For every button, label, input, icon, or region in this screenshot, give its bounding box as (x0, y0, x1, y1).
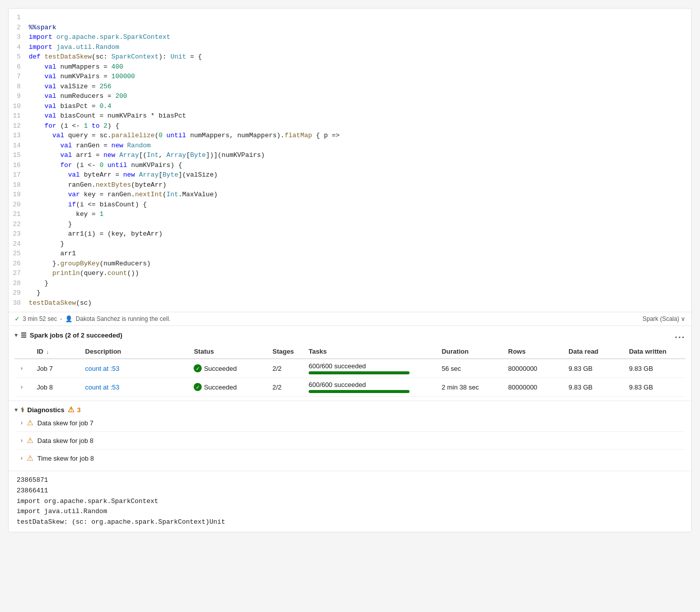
tasks-progress-bar (309, 390, 410, 393)
line-number: 6 (13, 62, 29, 72)
expand-diag-button[interactable]: › (21, 455, 23, 462)
code-text: key = 1 (29, 209, 687, 219)
th-tasks: Tasks (305, 345, 438, 359)
code-line: 16 for (i <- 0 until numKVPairs) { (9, 160, 691, 171)
code-text: val numMappers = 400 (29, 62, 687, 72)
line-number: 25 (13, 249, 29, 259)
tasks-progress-bar (309, 371, 410, 374)
code-text: testDataSkew(sc) (29, 298, 687, 308)
th-status: Status (190, 345, 268, 359)
collapse-chevron-icon[interactable]: ▾ (15, 332, 18, 339)
code-text: println(query.count()) (29, 268, 687, 279)
code-line: 30testDataSkew(sc) (9, 298, 691, 308)
job-stages: 2/2 (268, 359, 305, 378)
code-line: 19 var key = ranGen.nextInt(Int.MaxValue… (9, 190, 691, 200)
chevron-down-icon: ∨ (681, 315, 685, 322)
code-line: 20 if(i <= biasCount) { (9, 200, 691, 210)
line-number: 1 (13, 13, 29, 23)
status-text: Succeeded (204, 365, 237, 372)
output-section: 2386587123866411import org.apache.spark.… (9, 471, 691, 532)
job-description-link[interactable]: count at :53 (85, 383, 120, 391)
line-number: 22 (13, 219, 29, 230)
job-status: ✓ Succeeded (194, 364, 264, 372)
line-number: 10 (13, 101, 29, 112)
code-line: 15 val arr1 = new Array[(Int, Array[Byte… (9, 150, 691, 160)
job-tasks: 600/600 succeeded (305, 378, 438, 397)
line-number: 19 (13, 190, 29, 200)
list-item[interactable]: › ⚠ Time skew for job 8 (15, 450, 685, 467)
code-line: 28 } (9, 279, 691, 289)
line-number: 5 (13, 52, 29, 62)
line-number: 15 (13, 150, 29, 160)
code-line: 21 key = 1 (9, 209, 691, 219)
expand-job-button[interactable]: › (19, 364, 25, 373)
code-editor: 12%%spark3import org.apache.spark.SparkC… (9, 9, 691, 312)
job-duration: 2 min 38 sec (438, 378, 504, 397)
diag-label: Data skew for job 7 (37, 419, 93, 427)
code-line: 29 } (9, 288, 691, 298)
expand-job-button[interactable]: › (19, 382, 25, 392)
line-number: 13 (13, 131, 29, 141)
diag-collapse-chevron-icon[interactable]: ▾ (15, 407, 18, 413)
line-number: 2 (13, 23, 29, 33)
code-line: 11 val biasCount = numKVPairs * biasPct (9, 111, 691, 121)
line-number: 3 (13, 32, 29, 42)
code-text: val valSize = 256 (29, 82, 687, 92)
warning-icon: ⚠ (27, 436, 33, 445)
th-description: Description (81, 345, 190, 359)
table-row: › Job 8 count at :53 ✓ Succeeded 2/2 600… (15, 378, 685, 397)
line-number: 14 (13, 141, 29, 151)
code-line: 23 arr1(i) = (key, byteArr) (9, 229, 691, 239)
notebook-cell: 12%%spark3import org.apache.spark.SparkC… (8, 8, 692, 532)
code-line: 18 ranGen.nextBytes(byteArr) (9, 180, 691, 190)
line-number: 18 (13, 180, 29, 190)
diagnostics-items: › ⚠ Data skew for job 7 › ⚠ Data skew fo… (15, 414, 685, 467)
line-number: 11 (13, 111, 29, 121)
expand-diag-button[interactable]: › (21, 437, 23, 444)
job-description-link[interactable]: count at :53 (85, 365, 120, 372)
diagnostics-header[interactable]: ▾ ⚕ Diagnostics ⚠ 3 (15, 405, 685, 414)
line-number: 27 (13, 268, 29, 279)
line-number: 12 (13, 121, 29, 131)
code-line: 13 val query = sc.parallelize(0 until nu… (9, 131, 691, 141)
separator: - (60, 315, 62, 322)
line-number: 16 (13, 160, 29, 171)
code-text: arr1 (29, 249, 687, 259)
expand-diag-button[interactable]: › (21, 419, 23, 426)
job-tasks: 600/600 succeeded (305, 359, 438, 378)
job-data-read: 9.83 GB (564, 378, 625, 397)
th-stages: Stages (268, 345, 305, 359)
list-item[interactable]: › ⚠ Data skew for job 7 (15, 414, 685, 432)
code-text: val biasCount = numKVPairs * biasPct (29, 111, 687, 121)
tasks-text: 600/600 succeeded (309, 362, 434, 370)
status-success-icon: ✓ (194, 364, 202, 372)
list-item[interactable]: › ⚠ Data skew for job 8 (15, 432, 685, 450)
code-line: 27 println(query.count()) (9, 268, 691, 279)
spark-jobs-header[interactable]: ▾ ☰ Spark jobs (2 of 2 succeeded) ... (15, 330, 685, 341)
line-number: 7 (13, 72, 29, 82)
line-number: 28 (13, 279, 29, 289)
diagnostics-count: 3 (77, 406, 81, 414)
output-line: 23866411 (17, 486, 683, 496)
diag-label: Time skew for job 8 (37, 455, 94, 462)
diag-label: Data skew for job 8 (37, 437, 93, 444)
line-number: 24 (13, 239, 29, 249)
job-data-written: 9.83 GB (625, 359, 685, 378)
code-text: val query = sc.parallelize(0 until numMa… (29, 131, 687, 141)
diagnostics-title: Diagnostics (27, 406, 65, 414)
code-text: } (29, 219, 687, 230)
user-icon: 👤 (65, 315, 73, 322)
line-number: 17 (13, 170, 29, 180)
success-icon: ✓ (15, 315, 20, 322)
job-stages: 2/2 (268, 378, 305, 397)
code-text: %%spark (29, 23, 687, 33)
cell-footer: ✓ 3 min 52 sec - 👤 Dakota Sanchez is run… (9, 312, 691, 326)
th-id[interactable]: ID ↓ (33, 345, 81, 359)
code-text: val byteArr = new Array[Byte](valSize) (29, 170, 687, 180)
execution-time: 3 min 52 sec (23, 315, 57, 322)
more-options-icon[interactable]: ... (675, 330, 685, 341)
line-number: 23 (13, 229, 29, 239)
warning-icon: ⚠ (27, 418, 33, 427)
output-line: 23865871 (17, 475, 683, 486)
code-text: if(i <= biasCount) { (29, 200, 687, 210)
